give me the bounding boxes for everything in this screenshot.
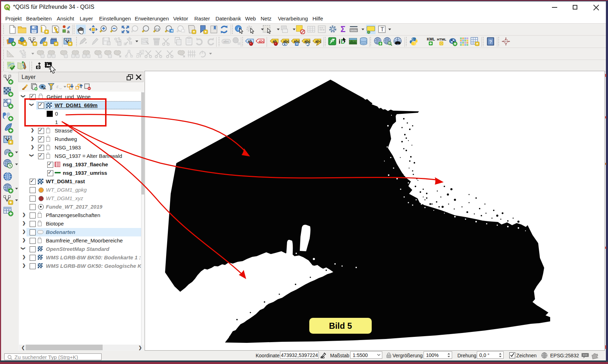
svg-text:i: i bbox=[339, 38, 340, 45]
svg-text:KML: KML bbox=[427, 37, 435, 41]
svg-text:ε: ε bbox=[56, 84, 59, 89]
svg-text:Q: Q bbox=[389, 42, 391, 45]
svg-text:1:1: 1:1 bbox=[155, 27, 159, 31]
svg-text:HTML: HTML bbox=[437, 37, 446, 41]
svg-text:abc: abc bbox=[223, 39, 229, 43]
svg-text:?: ? bbox=[489, 39, 492, 44]
svg-text:T: T bbox=[381, 26, 384, 32]
svg-text:Σ: Σ bbox=[340, 25, 345, 34]
svg-text:a: a bbox=[67, 29, 70, 34]
svg-text:i: i bbox=[237, 26, 239, 31]
svg-text:abc: abc bbox=[259, 39, 265, 43]
